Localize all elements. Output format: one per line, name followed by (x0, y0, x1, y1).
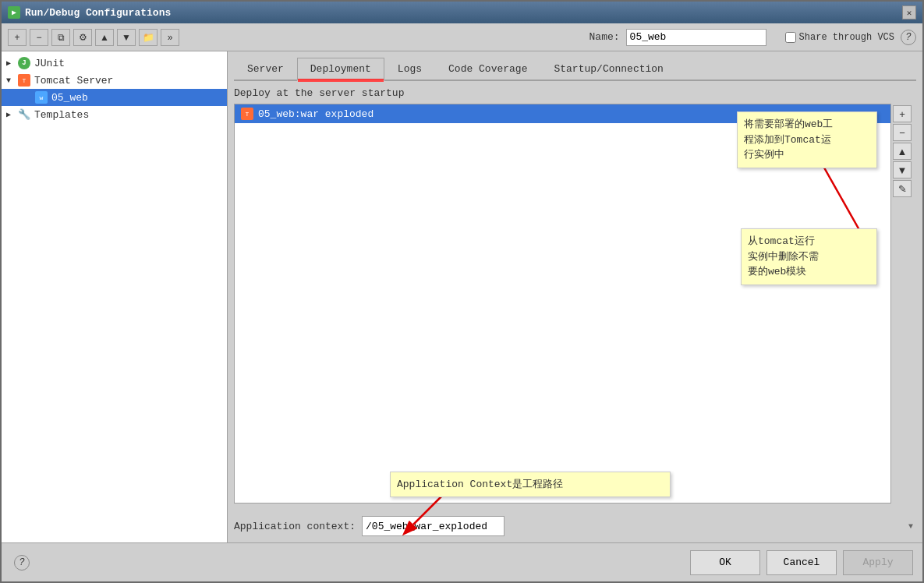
bottom-help-button[interactable]: ? (14, 555, 30, 571)
share-label: Share through VCS (799, 32, 894, 43)
ok-button[interactable]: OK (690, 550, 760, 575)
deploy-list-area: T 05_web:war exploded + − ▲ ▼ ✎ 将需要部署的we… (234, 104, 916, 504)
up-button[interactable]: ▲ (95, 29, 114, 46)
templates-arrow: ▶ (6, 110, 17, 119)
bottom-bar: ? OK Cancel Apply (2, 542, 922, 581)
tab-logs[interactable]: Logs (384, 58, 435, 80)
run-debug-dialog: ▶ Run/Debug Configurations ✕ + − ⧉ ⚙ ▲ ▼… (0, 0, 924, 583)
context-row: Application context: /05_web_war_explode… (234, 516, 916, 536)
context-label: Application context: (234, 521, 356, 532)
annotation-add-web: 将需要部署的web工 程添加到Tomcat运 行实例中 (737, 111, 877, 168)
cancel-button[interactable]: Cancel (766, 550, 837, 575)
share-checkbox[interactable] (785, 32, 796, 43)
add-config-button[interactable]: + (8, 29, 27, 46)
tab-server[interactable]: Server (234, 58, 297, 80)
dialog-title: Run/Debug Configurations (25, 7, 171, 19)
templates-icon: 🔧 (17, 108, 31, 121)
05web-label: 05_web (51, 92, 88, 104)
05web-icon: w (34, 91, 48, 104)
junit-arrow: ▶ (6, 58, 17, 68)
bottom-right: OK Cancel Apply (690, 550, 913, 575)
tab-startup-connection[interactable]: Startup/Connection (540, 58, 676, 80)
list-add-button[interactable]: + (893, 105, 912, 122)
sidebar-item-templates[interactable]: ▶ 🔧 Templates (2, 106, 227, 123)
folder-button[interactable]: 📁 (139, 29, 158, 46)
name-input[interactable] (626, 29, 766, 46)
sidebar-item-05web[interactable]: w 05_web (2, 89, 227, 106)
annotation-context: Application Context是工程路径 (390, 472, 671, 498)
main-content: ▶ J JUnit ▼ T Tomcat Server w 05_ (2, 51, 922, 542)
name-label: Name: (589, 31, 620, 43)
right-panel: Server Deployment Logs Code Coverage Sta… (228, 51, 922, 542)
sidebar-item-junit[interactable]: ▶ J JUnit (2, 55, 227, 72)
help-button[interactable]: ? (901, 30, 916, 45)
down-button[interactable]: ▼ (117, 29, 136, 46)
list-down-button[interactable]: ▼ (893, 161, 912, 178)
remove-config-button[interactable]: − (30, 29, 48, 46)
name-row: Name: (589, 29, 766, 46)
sidebar: ▶ J JUnit ▼ T Tomcat Server w 05_ (2, 51, 228, 542)
list-up-button[interactable]: ▲ (893, 143, 912, 160)
title-bar: ▶ Run/Debug Configurations ✕ (2, 2, 922, 23)
tomcat-label: Tomcat Server (34, 75, 113, 87)
templates-label: Templates (34, 109, 89, 121)
junit-label: JUnit (34, 58, 65, 69)
close-button[interactable]: ✕ (902, 5, 916, 19)
apply-button[interactable]: Apply (843, 550, 913, 575)
list-side-buttons: + − ▲ ▼ ✎ (891, 104, 916, 199)
tab-code-coverage[interactable]: Code Coverage (435, 58, 540, 80)
title-bar-left: ▶ Run/Debug Configurations (8, 6, 171, 19)
list-edit-button[interactable]: ✎ (893, 180, 912, 197)
tab-deployment[interactable]: Deployment (297, 58, 384, 81)
list-remove-button[interactable]: − (893, 124, 912, 141)
share-row: Share through VCS ? (785, 30, 916, 45)
deploy-label: Deploy at the server startup (234, 87, 916, 99)
context-select[interactable]: /05_web_war_exploded (362, 516, 504, 536)
tomcat-icon: T (17, 74, 31, 87)
copy-config-button[interactable]: ⧉ (51, 29, 70, 46)
context-select-wrapper: /05_web_war_exploded (362, 516, 916, 536)
tomcat-arrow: ▼ (6, 76, 17, 85)
tab-underline (298, 79, 384, 81)
deploy-item-label: 05_web:war exploded (258, 108, 373, 120)
tabs-row: Server Deployment Logs Code Coverage Sta… (234, 58, 916, 81)
deploy-item-icon: T (241, 108, 253, 120)
app-icon: ▶ (8, 6, 20, 19)
junit-icon: J (17, 57, 31, 69)
bottom-left: ? (11, 555, 30, 571)
more-button[interactable]: » (161, 29, 179, 46)
sidebar-item-tomcat[interactable]: ▼ T Tomcat Server (2, 72, 227, 89)
annotation-remove-web: 从tomcat运行 实例中删除不需 要的web模块 (741, 228, 877, 285)
toolbar: + − ⧉ ⚙ ▲ ▼ 📁 » Name: Share through VCS … (2, 23, 922, 51)
settings-button[interactable]: ⚙ (73, 29, 92, 46)
